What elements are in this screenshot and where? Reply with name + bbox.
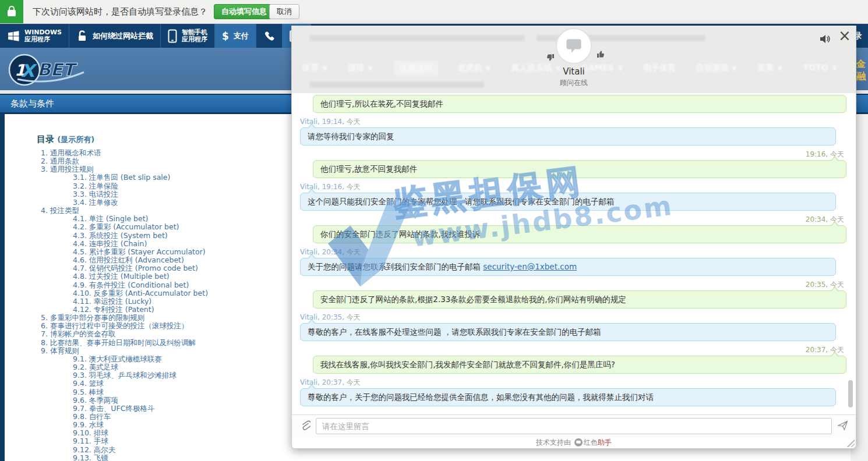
lock-icon: [8, 10, 16, 16]
toc-link[interactable]: 1. 通用概念和术语: [5, 149, 284, 157]
toolbar-item-bypass-block[interactable]: 如何绕过网站拦截: [69, 24, 161, 48]
agent-status: 顾问在线: [292, 78, 856, 88]
blurred-text: [309, 35, 525, 41]
attach-paperclip-icon[interactable]: [300, 420, 310, 434]
toc-link[interactable]: 4.12. 专利投注 (Patent): [5, 306, 284, 314]
toc-link[interactable]: 9.7. 拳击、UFC终极格斗: [5, 405, 284, 413]
agent-name: Vitali: [292, 66, 856, 77]
chat-message-agent: 尊敬的客户，在线客服不处理这些问题 ，请您联系跟我们专家在安全部门的电子邮箱: [300, 323, 836, 341]
email-link[interactable]: security-en@1xbet.com: [483, 262, 577, 271]
toolbar-label: 如何绕过网站拦截: [93, 31, 153, 41]
windows-icon: [7, 30, 20, 42]
toolbar-item-windows-apps[interactable]: WINDOWS应用程序: [0, 24, 69, 48]
sound-icon[interactable]: [819, 34, 831, 47]
chat-message-user: 他们理亏,故意不回复我邮件: [313, 160, 846, 178]
toolbar-item-phone[interactable]: [256, 24, 283, 48]
toc-link[interactable]: 9.13. 飞镖: [5, 454, 284, 461]
powered-by-text: 技术支持由: [536, 438, 571, 446]
toc-show-all-link[interactable]: (显示所有): [57, 135, 94, 144]
toc-link[interactable]: 9.3. 羽毛球、乒乓球和沙滩排球: [5, 371, 284, 380]
thumbs-up-icon[interactable]: [597, 50, 606, 62]
user-message-timestamp: 20:34, 今天: [292, 215, 856, 223]
toc-link[interactable]: 9.5. 棒球: [5, 388, 284, 396]
toc-link[interactable]: 3.2. 注单保险: [5, 182, 284, 190]
toc-link[interactable]: 4.4. 连串投注 (Chain): [5, 240, 284, 248]
toc-link[interactable]: 9.8. 自行车: [5, 413, 284, 421]
toc-link[interactable]: 4. 投注类型: [5, 207, 284, 215]
chat-message-user: 他们理亏,所以在装死,不回复我邮件: [313, 95, 846, 113]
toolbar-label: 智能手机: [182, 29, 207, 36]
toc-link[interactable]: 4.11. 幸运投注 (Lucky): [5, 297, 284, 306]
toc-link[interactable]: 5. 多重彩中部分赛事的限制规则: [5, 314, 284, 322]
toolbar-item-mobile-apps[interactable]: 智能手机应用程序: [161, 24, 215, 48]
toolbar-label: 支付: [234, 31, 249, 41]
agent-message-label: Vitali, 20:37, 今天: [292, 378, 856, 386]
toc-title: 目录 (显示所有): [37, 134, 94, 145]
cancel-button[interactable]: 取消: [269, 4, 299, 19]
toc-link[interactable]: 4.8. 过关投注 (Multiple bet): [5, 272, 284, 281]
toolbar-label: WINDOWS: [24, 29, 62, 36]
brand-gray: 红色: [584, 438, 598, 446]
toc-link[interactable]: 9.9. 水球: [5, 421, 284, 429]
chat-message-user: 你们的安全部门违反了网站的条款,我找谁投诉: [313, 225, 846, 243]
toc-link[interactable]: 4.3. 系统投注 (System bet): [5, 232, 284, 240]
chat-scrollbar-thumb[interactable]: [848, 380, 853, 407]
toc-link[interactable]: 9.1. 澳大利亚式橄榄球联赛: [5, 355, 284, 363]
close-icon[interactable]: ×: [838, 28, 851, 43]
chat-message-user: 我找在线客服,你叫我找安全部门,我发邮件安全部门就故意不回复邮件,你们是黑庄吗?: [313, 356, 846, 374]
toc-link[interactable]: 2. 通用条款: [5, 157, 284, 165]
chat-header: 体育 ∨滚球 ∨优惠活动老虎机 ∨真人娱乐场 ∨GAMES ∨电子体育自动游戏 …: [292, 26, 856, 93]
chat-message-agent: 关于您的问题请您联系到我们安全部门的电子邮箱 security-en@1xbet…: [300, 258, 836, 276]
toc-link[interactable]: 3.4. 注单修改: [5, 198, 284, 207]
toc-link[interactable]: 4.5. 累计多重彩 (Stayer Accumulator): [5, 248, 284, 256]
toc-link[interactable]: 3.3. 电话投注: [5, 190, 284, 198]
toc-link[interactable]: 4.1. 单注 (Single bet): [5, 215, 284, 223]
user-message-timestamp: 19:16, 今天: [292, 150, 856, 158]
toc-link[interactable]: 9. 体育规则: [5, 347, 284, 355]
chat-bubble-icon: [564, 37, 583, 55]
toc-link[interactable]: 9.10. 排球: [5, 429, 284, 437]
toolbar-label: 应用程序: [24, 36, 62, 43]
chat-footer: 技术支持由 红色助手: [292, 438, 856, 448]
toc-link[interactable]: 6. 赛事进行过程中可接受的投注（滚球投注）: [5, 322, 284, 330]
toc-link[interactable]: 3. 通用投注规则: [5, 165, 284, 173]
toc-link[interactable]: 9.6. 冬季两项: [5, 396, 284, 405]
thumbs-down-icon[interactable]: [545, 52, 555, 64]
screen: 下次访问该网站时，是否自动填写登录信息？ 自动填写信息 取消 WINDOWS应用…: [0, 0, 868, 461]
autofill-button[interactable]: 自动填写信息: [214, 4, 274, 19]
chat-messages: 他们理亏,所以在装死,不回复我邮件Vitali, 19:14, 今天请您等待我们…: [292, 93, 856, 414]
toc-link[interactable]: 7. 博彩帐户的资金存取: [5, 330, 284, 338]
smartphone-icon: [168, 29, 177, 43]
lock-badge: [0, 0, 23, 23]
user-message-timestamp: 20:37, 今天: [292, 345, 856, 353]
send-icon[interactable]: [837, 420, 849, 433]
chat-message-user: 安全部门违反了网站的条款,根据2.33条款必需要全额退款给我的,你们网站有明确的…: [313, 290, 846, 308]
message-input[interactable]: [316, 418, 832, 434]
toc-link[interactable]: 3.1. 注单售回 (Bet slip sale): [5, 173, 284, 182]
user-message-timestamp: 20:35, 今天: [292, 280, 856, 288]
agent-message-label: Vitali, 20:35, 今天: [292, 313, 856, 321]
toc-link[interactable]: 9.11. 手球: [5, 437, 284, 445]
chat-message-agent: 尊敬的客户，关于您的问题我已经给您提供全面信息，如果您没有其他的问题，我就得禁止…: [300, 388, 836, 406]
unlock-icon: [76, 30, 88, 42]
toc-link[interactable]: 4.10. 反多重彩 (Anti-Accumulator bet): [5, 289, 284, 297]
chat-input-bar: [292, 414, 856, 438]
notification-text: 下次访问该网站时，是否自动填写登录信息？: [33, 0, 207, 23]
toc-link[interactable]: 4.7. 促销代码投注 (Promo code bet): [5, 264, 284, 272]
toc-link[interactable]: 4.6. 信用投注红利 (Advancebet): [5, 256, 284, 264]
agent-message-label: Vitali, 19:16, 今天: [292, 182, 856, 190]
site-logo: 1 X BET: [7, 52, 94, 86]
toc-list: 1. 通用概念和术语2. 通用条款3. 通用投注规则3.1. 注单售回 (Bet…: [5, 149, 284, 461]
finance-nav-partial[interactable]: 金融: [856, 58, 868, 83]
brand-red: 助手: [598, 438, 612, 446]
toc-link[interactable]: 4.9. 有条件投注 (Conditional bet): [5, 281, 284, 289]
toc-link[interactable]: 4.2. 多重彩 (Accumulator bet): [5, 223, 284, 231]
toc-link[interactable]: 9.2. 美式足球: [5, 363, 284, 371]
browser-notification-bar: 下次访问该网站时，是否自动填写登录信息？ 自动填写信息 取消: [0, 0, 868, 24]
content-left-border: [0, 114, 5, 461]
toolbar-item-pay[interactable]: $ 支付: [215, 24, 256, 48]
toc-link[interactable]: 8. 比赛结果、赛事开始日期和时间以及纠纷调解: [5, 339, 284, 347]
page-title: 条款与条件: [10, 98, 54, 109]
toc-link[interactable]: 9.4. 篮球: [5, 380, 284, 388]
toc-link[interactable]: 9.12. 高尔夫: [5, 446, 284, 454]
